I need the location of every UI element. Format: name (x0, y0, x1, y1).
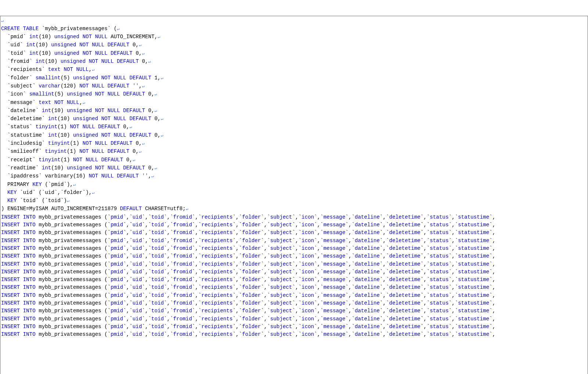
code-content: ↵ CREATE TABLE `mybb_privatemessages` (↵… (1, 18, 495, 338)
sql-code-viewer[interactable]: ↵ CREATE TABLE `mybb_privatemessages` (↵… (0, 16, 588, 374)
